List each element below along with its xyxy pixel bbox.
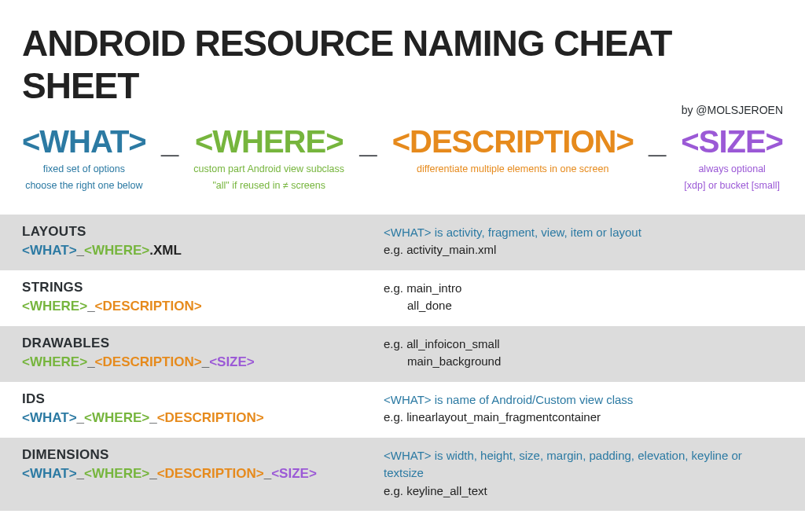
category-label: STRINGS [22,280,384,295]
sub-where-line1: custom part Android view subclass [193,163,344,176]
token-where: <WHERE> [193,124,344,160]
example-strings-2: all_done [384,297,783,315]
hint-dimensions: <WHAT> is width, height, size, margin, p… [384,447,783,482]
sub-where-line2: "all" if reused in ≠ screens [193,179,344,193]
page-title: ANDROID RESOURCE NAMING CHEAT SHEET [22,22,783,107]
separator: _ [161,124,178,160]
separator: _ [359,124,377,160]
pattern-strings: <WHERE>_<DESCRIPTION> [22,299,384,314]
category-label: DRAWABLES [22,336,384,351]
category-label: LAYOUTS [22,224,384,240]
category-label: DIMENSIONS [22,447,384,463]
example-layouts: e.g. activity_main.xml [384,241,783,259]
example-dimensions: e.g. keyline_all_text [384,482,783,501]
example-drawables-1: e.g. all_infoicon_small [384,336,783,354]
sub-what-line1: fixed set of options [22,163,146,176]
sub-desc-line1: differentiate multiple elements in one s… [392,163,634,176]
pattern-ids: <WHAT>_<WHERE>_<DESCRIPTION> [22,410,384,426]
sub-what-line2: choose the right one below [22,179,146,193]
token-what: <WHAT> [22,124,146,160]
hint-layouts: <WHAT> is activity, fragment, view, item… [384,224,783,242]
category-table: LAYOUTS <WHAT>_<WHERE>.XML <WHAT> is act… [0,215,805,512]
token-description: <DESCRIPTION> [392,124,634,160]
naming-formula: <WHAT> fixed set of options choose the r… [22,124,783,193]
separator: _ [649,124,666,160]
example-ids: e.g. linearlayout_main_fragmentcontainer [384,409,783,427]
row-strings: STRINGS <WHERE>_<DESCRIPTION> e.g. main_… [0,270,805,326]
row-layouts: LAYOUTS <WHAT>_<WHERE>.XML <WHAT> is act… [0,215,805,270]
row-dimensions: DIMENSIONS <WHAT>_<WHERE>_<DESCRIPTION>_… [0,438,805,512]
sub-size-line2: [xdp] or bucket [small] [681,179,783,193]
example-drawables-2: main_background [384,353,783,371]
example-strings-1: e.g. main_intro [384,280,783,298]
category-label: IDS [22,391,384,407]
pattern-layouts: <WHAT>_<WHERE>.XML [22,243,384,259]
row-drawables: DRAWABLES <WHERE>_<DESCRIPTION>_<SIZE> e… [0,326,805,382]
hint-ids: <WHAT> is name of Android/Custom view cl… [384,391,783,409]
pattern-dimensions: <WHAT>_<WHERE>_<DESCRIPTION>_<SIZE> [22,466,384,482]
row-ids: IDS <WHAT>_<WHERE>_<DESCRIPTION> <WHAT> … [0,382,805,438]
token-size: <SIZE> [681,124,783,160]
pattern-drawables: <WHERE>_<DESCRIPTION>_<SIZE> [22,354,384,370]
sub-size-line1: always optional [681,163,783,176]
